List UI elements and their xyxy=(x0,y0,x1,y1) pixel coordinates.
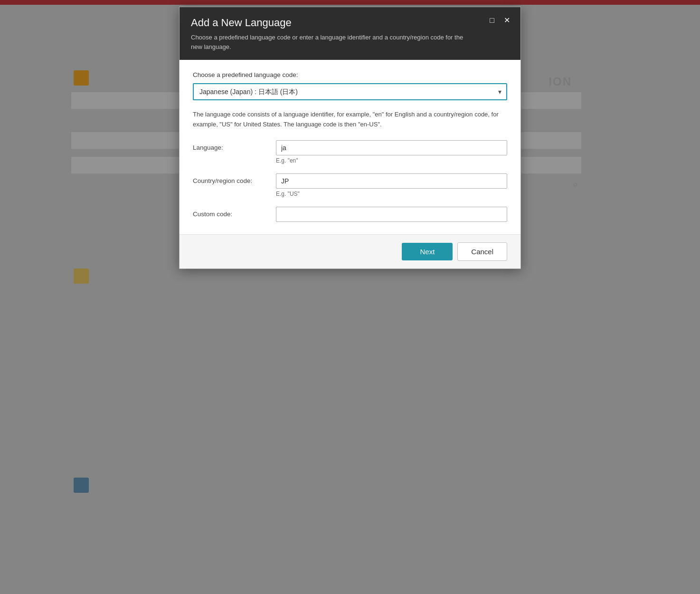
custom-label: Custom code: xyxy=(193,207,276,218)
country-row: Country/region code: E.g. "US" xyxy=(193,173,507,204)
close-button[interactable]: ✕ xyxy=(502,16,512,25)
language-input[interactable] xyxy=(276,140,507,155)
next-button[interactable]: Next xyxy=(402,243,453,260)
add-language-dialog: Add a New Language Choose a predefined l… xyxy=(179,7,521,269)
language-select[interactable]: Japanese (Japan) : 日本語 (日本) English (Uni… xyxy=(193,83,507,100)
dialog-header: Add a New Language Choose a predefined l… xyxy=(180,7,520,60)
cancel-button[interactable]: Cancel xyxy=(457,242,507,261)
language-row: Language: E.g. "en" xyxy=(193,140,507,171)
language-select-wrapper: Japanese (Japan) : 日本語 (日本) English (Uni… xyxy=(193,83,507,100)
country-input[interactable] xyxy=(276,173,507,189)
language-label: Language: xyxy=(193,140,276,151)
custom-field-group xyxy=(276,207,507,222)
dialog-title: Add a New Language xyxy=(191,17,509,29)
predefined-label: Choose a predefined language code: xyxy=(193,71,507,78)
language-field-group: E.g. "en" xyxy=(276,140,507,171)
description-text: The language code consists of a language… xyxy=(193,110,507,130)
country-hint: E.g. "US" xyxy=(276,191,507,197)
language-hint: E.g. "en" xyxy=(276,157,507,164)
country-field-group: E.g. "US" xyxy=(276,173,507,204)
maximize-button[interactable]: □ xyxy=(488,16,496,25)
custom-input[interactable] xyxy=(276,207,507,222)
dialog-body: Choose a predefined language code: Japan… xyxy=(180,60,520,234)
dialog-footer: Next Cancel xyxy=(180,234,520,268)
country-label: Country/region code: xyxy=(193,173,276,184)
header-controls: □ ✕ xyxy=(488,16,512,25)
dialog-subtitle: Choose a predefined language code or ent… xyxy=(191,33,466,51)
custom-row: Custom code: xyxy=(193,207,507,222)
